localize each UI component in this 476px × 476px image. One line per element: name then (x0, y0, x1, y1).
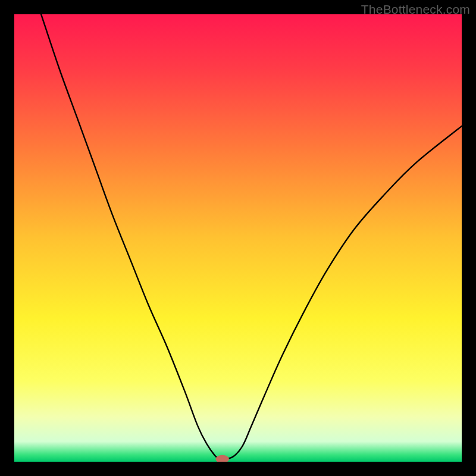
gradient-background (14, 14, 462, 462)
bottleneck-chart (14, 14, 462, 462)
chart-frame: TheBottleneck.com (0, 0, 476, 476)
plot-area (14, 14, 462, 462)
